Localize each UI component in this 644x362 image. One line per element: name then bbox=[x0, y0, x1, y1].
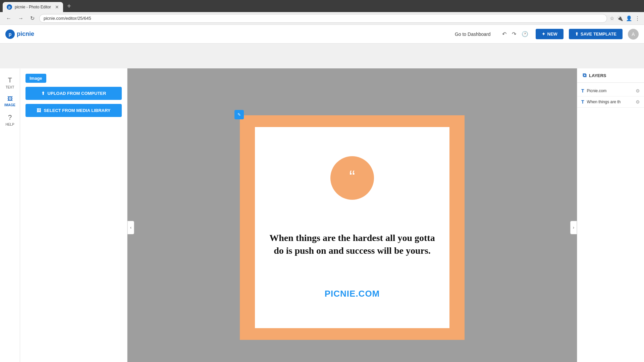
right-panel: ⧉ LAYERS T Picnie.com ⚙ T When things ar… bbox=[577, 68, 644, 362]
media-icon: 🖼 bbox=[37, 108, 41, 113]
nav-bar: ← → ↻ picnie.com/editor/25/645 ☆ 🔌 👤 ⋮ bbox=[0, 12, 644, 25]
upload-from-computer-button[interactable]: ⬆ UPLOAD FROM COMPUTER bbox=[25, 87, 122, 100]
sidebar-item-text[interactable]: T TEXT bbox=[0, 74, 20, 92]
active-tab[interactable]: p picnie - Photo Editor ✕ bbox=[3, 2, 63, 12]
media-library-button[interactable]: 🖼 SELECT FROM MEDIA LIBRARY bbox=[25, 104, 122, 117]
layer-name-1: When things are th bbox=[587, 100, 633, 104]
image-label: IMAGE bbox=[4, 103, 15, 107]
undo-button[interactable]: ↶ bbox=[500, 29, 508, 39]
forward-button[interactable]: → bbox=[16, 14, 25, 23]
panel-section-title: Image bbox=[25, 74, 46, 83]
layer-settings-btn-1[interactable]: ⚙ bbox=[636, 99, 640, 105]
layer-type-icon-1: T bbox=[581, 99, 584, 105]
app-logo: p picnie bbox=[5, 29, 34, 39]
upload-icon: ⬆ bbox=[41, 91, 45, 96]
icon-sidebar: T TEXT 🖼 IMAGE ? HELP bbox=[0, 68, 20, 362]
quote-marks: “ bbox=[349, 168, 355, 185]
new-tab-button[interactable]: + bbox=[64, 2, 74, 10]
canvas-area: ‹ ✎ “ When things are the hardest all yo… bbox=[127, 68, 577, 362]
user-initial: A bbox=[632, 32, 635, 37]
help-icon: ? bbox=[8, 114, 12, 121]
nav-right: ☆ 🔌 👤 ⋮ bbox=[610, 15, 640, 21]
main-content: T TEXT 🖼 IMAGE ? HELP Image ⬆ UPLOAD FRO… bbox=[0, 68, 644, 362]
url-bar[interactable]: picnie.com/editor/25/645 bbox=[39, 14, 607, 23]
app-header: p picnie Go to Dashboard ↶ ↷ 🕐 ✦ NEW ⬆ S… bbox=[0, 25, 644, 44]
image-icon: 🖼 bbox=[7, 96, 13, 102]
bookmark-icon[interactable]: ☆ bbox=[610, 15, 614, 21]
collapse-left-button[interactable]: ‹ bbox=[127, 221, 134, 234]
canvas-wrapper: ✎ “ When things are the hardest all you … bbox=[240, 115, 465, 340]
upload-label: UPLOAD FROM COMPUTER bbox=[48, 91, 106, 96]
text-icon: T bbox=[8, 76, 12, 84]
brand-text[interactable]: PICNIE.COM bbox=[325, 289, 380, 299]
undo-redo-group: ↶ ↷ 🕐 bbox=[500, 29, 530, 39]
dashboard-link[interactable]: Go to Dashboard bbox=[451, 29, 495, 39]
sidebar-item-image[interactable]: 🖼 IMAGE bbox=[0, 93, 20, 110]
new-button[interactable]: ✦ NEW bbox=[536, 29, 564, 39]
left-panel: Image ⬆ UPLOAD FROM COMPUTER 🖼 SELECT FR… bbox=[20, 68, 127, 362]
save-icon: ⬆ bbox=[575, 32, 579, 37]
quote-text[interactable]: When things are the hardest all you gott… bbox=[265, 232, 439, 257]
sidebar-item-help[interactable]: ? HELP bbox=[0, 111, 20, 129]
profile-icon[interactable]: 👤 bbox=[626, 15, 632, 21]
url-text: picnie.com/editor/25/645 bbox=[44, 16, 91, 21]
layer-type-icon-0: T bbox=[581, 88, 584, 94]
layer-item-quote[interactable]: T When things are th ⚙ bbox=[577, 97, 644, 108]
new-label: NEW bbox=[547, 32, 557, 37]
layer-name-0: Picnie.com bbox=[587, 88, 633, 93]
tab-title: picnie - Photo Editor bbox=[15, 5, 52, 9]
save-template-label: SAVE TEMPLATE bbox=[581, 32, 616, 37]
layer-settings-btn-0[interactable]: ⚙ bbox=[636, 88, 640, 94]
layers-list: T Picnie.com ⚙ T When things are th ⚙ bbox=[577, 83, 644, 362]
reload-button[interactable]: ↻ bbox=[28, 14, 37, 23]
canvas-edit-icon[interactable]: ✎ bbox=[234, 110, 244, 119]
help-label: HELP bbox=[5, 123, 14, 126]
back-button[interactable]: ← bbox=[4, 14, 13, 23]
tab-bar: p picnie - Photo Editor ✕ + bbox=[0, 0, 644, 12]
quote-icon-circle: “ bbox=[330, 156, 374, 200]
layer-item-picnie[interactable]: T Picnie.com ⚙ bbox=[577, 85, 644, 97]
layers-header: ⧉ LAYERS bbox=[577, 68, 644, 83]
redo-button[interactable]: ↷ bbox=[510, 29, 518, 39]
tab-favicon: p bbox=[7, 4, 12, 10]
browser-chrome: p picnie - Photo Editor ✕ + ← → ↻ picnie… bbox=[0, 0, 644, 25]
logo-text: picnie bbox=[17, 31, 34, 38]
canvas-inner: “ When things are the hardest all you go… bbox=[255, 127, 449, 328]
new-icon: ✦ bbox=[542, 32, 545, 37]
logo-letter: p bbox=[9, 32, 12, 37]
media-library-label: SELECT FROM MEDIA LIBRARY bbox=[44, 108, 110, 113]
save-template-button[interactable]: ⬆ SAVE TEMPLATE bbox=[569, 29, 623, 39]
user-avatar[interactable]: A bbox=[628, 29, 639, 40]
extension-icon[interactable]: 🔌 bbox=[617, 15, 623, 21]
text-label: TEXT bbox=[6, 85, 14, 89]
collapse-right-button[interactable]: › bbox=[570, 221, 577, 234]
logo-circle: p bbox=[5, 29, 15, 39]
menu-icon[interactable]: ⋮ bbox=[635, 15, 640, 21]
layers-icon: ⧉ bbox=[583, 72, 586, 78]
history-button[interactable]: 🕐 bbox=[520, 29, 530, 39]
layers-title: LAYERS bbox=[589, 73, 606, 78]
close-tab-icon[interactable]: ✕ bbox=[55, 4, 59, 10]
